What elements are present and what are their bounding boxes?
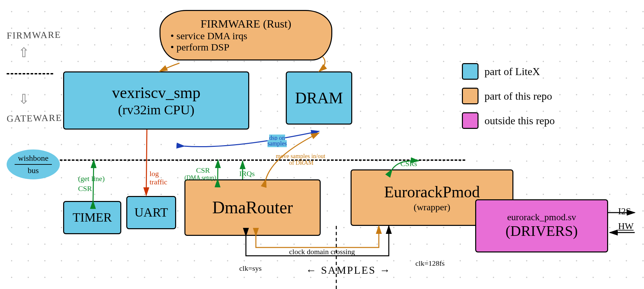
timer-label: TIMER	[72, 210, 112, 225]
anno-i2s: I2S	[618, 206, 631, 217]
wishbone-line1: wishbone	[18, 154, 49, 163]
anno-log-traffic-1: log	[150, 169, 159, 178]
legend-label-outside: outside this repo	[484, 115, 555, 127]
anno-get-line: (get line)	[78, 174, 105, 183]
box-vexriscv-cpu: vexriscv_smp (rv32im CPU)	[63, 71, 249, 130]
box-uart: UART	[126, 196, 176, 229]
firmware-cloud: FIRMWARE (Rust) • service DMA irqs • per…	[160, 10, 332, 60]
box-drivers: eurorack_pmod.sv (DRIVERS)	[475, 199, 608, 252]
legend-label-litex: part of LiteX	[484, 65, 540, 78]
eurorack-line1: EurorackPmod	[384, 182, 480, 202]
anno-dsp-2: samples	[268, 140, 287, 147]
anno-log-traffic-2: traffic	[150, 178, 167, 186]
anno-clk-128fs: clk=128fs	[415, 259, 445, 268]
wishbone-line2: bus	[28, 166, 39, 175]
legend-swatch-blue	[462, 63, 479, 80]
box-timer: TIMER	[63, 201, 121, 234]
legend-swatch-magenta	[462, 112, 479, 129]
firmware-gateware-divider	[7, 73, 53, 74]
arrow-down-icon: ⇩	[18, 91, 30, 107]
anno-hw: HW	[618, 221, 634, 232]
anno-clk-sys: clk=sys	[239, 264, 262, 273]
cpu-line1: vexriscv_smp	[112, 83, 201, 102]
anno-irqs: IRQs	[239, 169, 255, 178]
eurorack-line2: (wrapper)	[414, 202, 450, 213]
legend-label-this-repo: part of this repo	[484, 90, 552, 102]
cpu-line2: (rv32im CPU)	[118, 102, 194, 118]
cloud-title: FIRMWARE (Rust)	[170, 18, 321, 30]
dram-label: DRAM	[295, 88, 343, 108]
anno-samples: ← SAMPLES →	[306, 264, 391, 276]
cloud-bullet-1: • service DMA irqs	[170, 30, 321, 42]
arrow-up-icon: ⇧	[18, 45, 30, 60]
anno-csr-dma-1: CSR	[196, 166, 210, 175]
cloud-bullet-2: • perform DSP	[170, 42, 321, 53]
legend: part of LiteX part of this repo outside …	[462, 63, 555, 137]
anno-move-2: of DRAM	[289, 159, 314, 166]
anno-csr-timer: CSR	[78, 184, 92, 193]
drivers-line2: (DRIVERS)	[505, 223, 578, 240]
wishbone-divider	[15, 164, 52, 165]
dmarouter-label: DmaRouter	[212, 197, 293, 218]
label-firmware: FIRMWARE	[7, 30, 61, 41]
anno-move-1: move samples in/out	[276, 153, 325, 160]
box-dmarouter: DmaRouter	[184, 179, 321, 236]
anno-clock-crossing: clock domain crossing	[289, 247, 355, 256]
legend-row-litex: part of LiteX	[462, 63, 555, 80]
wishbone-bus-label: wishbone bus	[7, 149, 60, 179]
legend-row-this-repo: part of this repo	[462, 88, 555, 104]
box-dram: DRAM	[286, 71, 352, 125]
drivers-line1: eurorack_pmod.sv	[507, 212, 576, 223]
anno-samples-text: SAMPLES	[321, 264, 376, 276]
anno-csr-dma-2: (DMA setup)	[184, 174, 216, 181]
legend-swatch-orange	[462, 88, 479, 104]
anno-csrs: CSRs	[400, 159, 417, 168]
label-gateware: GATEWARE	[7, 113, 62, 124]
legend-row-outside: outside this repo	[462, 112, 555, 129]
uart-label: UART	[134, 205, 168, 220]
